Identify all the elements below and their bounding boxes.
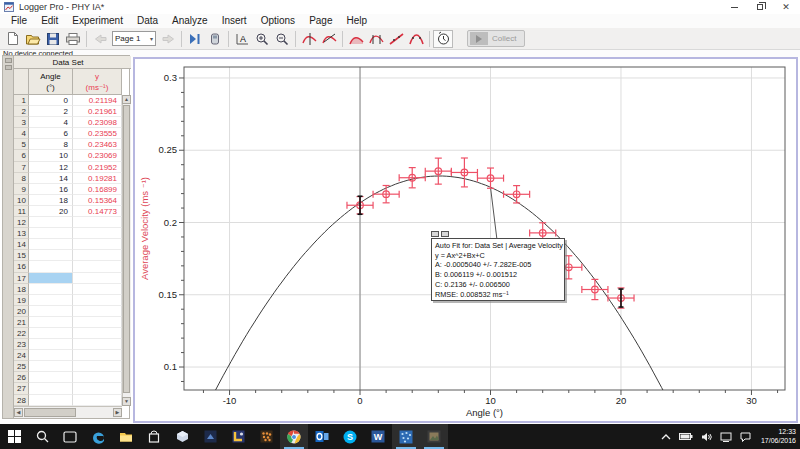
y-cell[interactable] bbox=[73, 228, 122, 239]
data-collection-clock-icon[interactable] bbox=[433, 30, 453, 48]
taskbar-edge-icon[interactable] bbox=[84, 424, 112, 449]
taskbar-start-icon[interactable] bbox=[0, 424, 28, 449]
menu-edit[interactable]: Edit bbox=[34, 14, 65, 28]
taskbar-logger-pro-icon[interactable] bbox=[224, 424, 252, 449]
y-cell[interactable]: 0.23069 bbox=[73, 150, 122, 161]
row-number[interactable]: 15 bbox=[14, 250, 29, 261]
integral-icon[interactable] bbox=[346, 30, 366, 48]
angle-cell[interactable] bbox=[29, 383, 73, 394]
restore-button[interactable] bbox=[754, 1, 766, 13]
y-cell[interactable] bbox=[73, 273, 122, 284]
angle-cell[interactable] bbox=[29, 395, 73, 406]
angle-cell[interactable] bbox=[29, 317, 73, 328]
data-point[interactable] bbox=[582, 279, 608, 299]
angle-cell[interactable]: 14 bbox=[29, 173, 73, 184]
angle-cell[interactable]: 4 bbox=[29, 117, 73, 128]
angle-cell[interactable]: 8 bbox=[29, 139, 73, 150]
angle-cell[interactable] bbox=[29, 295, 73, 306]
y-cell[interactable] bbox=[73, 395, 122, 406]
scroll-right-icon[interactable]: ▶ bbox=[113, 408, 122, 417]
previous-page-icon[interactable] bbox=[90, 30, 110, 48]
angle-cell[interactable]: 2 bbox=[29, 106, 73, 117]
scroll-down-icon[interactable]: ▼ bbox=[122, 397, 131, 406]
taskbar-dots-app-icon[interactable] bbox=[252, 424, 280, 449]
taskbar-blue-app-icon[interactable] bbox=[392, 424, 420, 449]
row-number[interactable]: 12 bbox=[14, 217, 29, 228]
data-browser-icon[interactable] bbox=[185, 30, 205, 48]
data-point[interactable] bbox=[373, 185, 399, 202]
row-number[interactable]: 9 bbox=[14, 184, 29, 195]
action-center-icon[interactable] bbox=[740, 432, 751, 442]
menu-data[interactable]: Data bbox=[130, 14, 165, 28]
y-cell[interactable]: 0.23555 bbox=[73, 128, 122, 139]
row-number[interactable]: 27 bbox=[14, 383, 29, 394]
taskbar-task-view-icon[interactable] bbox=[56, 424, 84, 449]
data-point[interactable] bbox=[399, 168, 425, 188]
row-number[interactable]: 5 bbox=[14, 139, 29, 150]
print-icon[interactable] bbox=[63, 30, 83, 48]
battery-icon[interactable] bbox=[679, 432, 693, 441]
volume-icon[interactable] bbox=[701, 432, 712, 442]
y-cell[interactable] bbox=[73, 383, 122, 394]
angle-cell[interactable]: 18 bbox=[29, 195, 73, 206]
row-number[interactable]: 13 bbox=[14, 228, 29, 239]
taskbar-cube-app-icon[interactable] bbox=[168, 424, 196, 449]
angle-cell[interactable]: 20 bbox=[29, 206, 73, 217]
angle-cell[interactable] bbox=[29, 228, 73, 239]
y-column-header[interactable]: y (ms⁻¹) bbox=[73, 69, 122, 94]
angle-cell[interactable]: 6 bbox=[29, 128, 73, 139]
menu-insert[interactable]: Insert bbox=[215, 14, 254, 28]
y-cell[interactable] bbox=[73, 217, 122, 228]
row-number[interactable]: 3 bbox=[14, 117, 29, 128]
collect-button[interactable]: Collect bbox=[467, 30, 525, 47]
y-cell[interactable] bbox=[73, 317, 122, 328]
sensor-setup-icon[interactable] bbox=[205, 30, 225, 48]
taskbar-outlook-icon[interactable] bbox=[308, 424, 336, 449]
angle-cell[interactable] bbox=[29, 261, 73, 272]
taskbar-image-app-icon[interactable] bbox=[420, 424, 448, 449]
data-point[interactable] bbox=[425, 158, 451, 184]
new-file-icon[interactable] bbox=[3, 30, 23, 48]
row-number[interactable]: 25 bbox=[14, 361, 29, 372]
page-selector[interactable]: Page 1 ▾ bbox=[112, 31, 156, 46]
y-cell[interactable] bbox=[73, 295, 122, 306]
row-number[interactable]: 14 bbox=[14, 239, 29, 250]
examine-icon[interactable] bbox=[299, 30, 319, 48]
y-cell[interactable]: 0.21194 bbox=[73, 95, 122, 106]
y-cell[interactable] bbox=[73, 250, 122, 261]
taskbar-word-icon[interactable]: W bbox=[364, 424, 392, 449]
table-vertical-scrollbar[interactable]: ▲ ▼ bbox=[122, 95, 131, 406]
angle-cell[interactable] bbox=[29, 350, 73, 361]
menu-file[interactable]: File bbox=[4, 14, 34, 28]
horizontal-scroll-thumb[interactable] bbox=[24, 408, 76, 417]
angle-cell[interactable] bbox=[29, 239, 73, 250]
row-number[interactable]: 22 bbox=[14, 328, 29, 339]
angle-cell[interactable]: 10 bbox=[29, 150, 73, 161]
next-page-icon[interactable] bbox=[158, 30, 178, 48]
angle-cell[interactable] bbox=[29, 306, 73, 317]
taskbar-clock[interactable]: 12:3317/06/2016 bbox=[759, 428, 796, 445]
hidden-icons-chevron-icon[interactable] bbox=[661, 433, 671, 441]
scroll-up-icon[interactable]: ▲ bbox=[122, 95, 131, 104]
row-number[interactable]: 1 bbox=[14, 95, 29, 106]
y-cell[interactable] bbox=[73, 306, 122, 317]
row-number[interactable]: 6 bbox=[14, 150, 29, 161]
y-cell[interactable] bbox=[73, 372, 122, 383]
y-cell[interactable]: 0.23463 bbox=[73, 139, 122, 150]
y-cell[interactable]: 0.19281 bbox=[73, 173, 122, 184]
y-cell[interactable] bbox=[73, 284, 122, 295]
y-cell[interactable] bbox=[73, 350, 122, 361]
row-number[interactable]: 16 bbox=[14, 261, 29, 272]
taskbar-store-icon[interactable] bbox=[140, 424, 168, 449]
row-number[interactable]: 18 bbox=[14, 284, 29, 295]
save-file-icon[interactable] bbox=[43, 30, 63, 48]
taskbar-search-icon[interactable] bbox=[28, 424, 56, 449]
menu-analyze[interactable]: Analyze bbox=[165, 14, 215, 28]
data-point[interactable] bbox=[504, 186, 530, 203]
angle-cell[interactable] bbox=[29, 273, 73, 284]
row-number[interactable]: 4 bbox=[14, 128, 29, 139]
angle-cell[interactable]: 16 bbox=[29, 184, 73, 195]
network-icon[interactable] bbox=[720, 432, 732, 442]
vertical-scroll-thumb[interactable] bbox=[123, 105, 130, 393]
angle-cell[interactable]: 12 bbox=[29, 162, 73, 173]
